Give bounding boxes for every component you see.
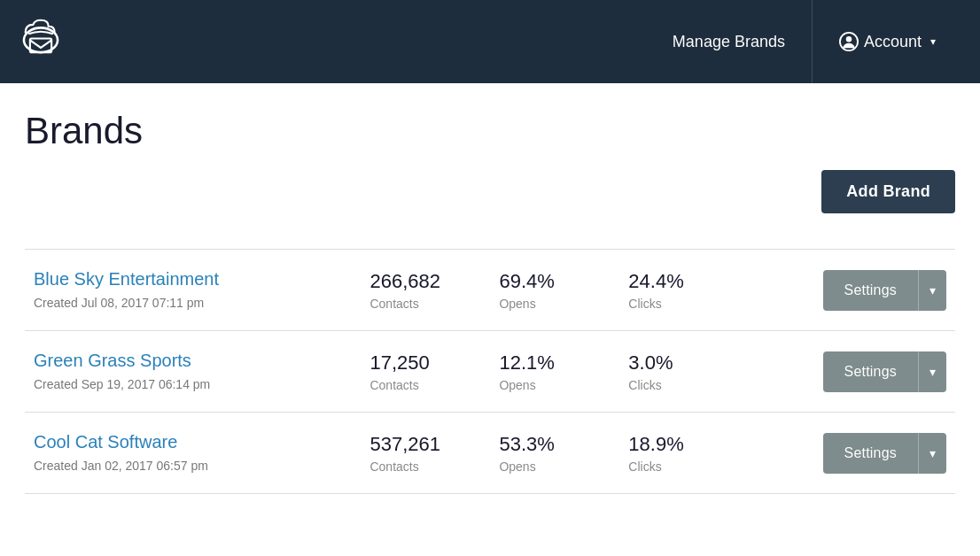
manage-brands-label: Manage Brands xyxy=(673,33,785,51)
brand-created: Created Jul 08, 2017 07:11 pm xyxy=(34,296,204,310)
brand-name-link[interactable]: Green Grass Sports xyxy=(34,351,352,371)
contacts-label: Contacts xyxy=(369,378,481,392)
clicks-value: 3.0% xyxy=(628,351,740,375)
settings-button[interactable]: Settings xyxy=(823,433,918,474)
brand-name-link[interactable]: Blue Sky Entertainment xyxy=(34,269,352,290)
manage-brands-link[interactable]: Manage Brands xyxy=(646,0,812,83)
clicks-cell: 24.4% Clicks xyxy=(619,250,749,331)
clicks-label: Clicks xyxy=(628,378,740,392)
settings-cell: Settings ▾ xyxy=(749,250,955,331)
brands-table: Blue Sky Entertainment Created Jul 08, 2… xyxy=(25,249,955,494)
settings-button[interactable]: Settings xyxy=(823,351,918,392)
contacts-cell: 266,682 Contacts xyxy=(361,250,490,331)
contacts-value: 266,682 xyxy=(369,270,481,293)
clicks-cell: 3.0% Clicks xyxy=(619,331,749,413)
opens-value: 12.1% xyxy=(499,351,611,375)
clicks-cell: 18.9% Clicks xyxy=(619,413,749,494)
settings-dropdown-button[interactable]: ▾ xyxy=(918,351,946,392)
contacts-value: 17,250 xyxy=(369,351,481,375)
brand-created: Created Jan 02, 2017 06:57 pm xyxy=(34,459,208,473)
app-logo[interactable] xyxy=(18,19,64,65)
opens-cell: 53.3% Opens xyxy=(490,413,619,494)
contacts-cell: 537,261 Contacts xyxy=(361,413,490,494)
settings-btn-wrapper: Settings ▾ xyxy=(823,433,946,474)
contacts-label: Contacts xyxy=(369,297,481,311)
contacts-label: Contacts xyxy=(369,459,481,474)
opens-value: 53.3% xyxy=(499,433,611,456)
opens-cell: 69.4% Opens xyxy=(490,250,619,331)
settings-btn-wrapper: Settings ▾ xyxy=(823,351,946,392)
settings-button[interactable]: Settings xyxy=(823,270,918,311)
clicks-value: 18.9% xyxy=(628,433,740,456)
table-row: Cool Cat Software Created Jan 02, 2017 0… xyxy=(25,413,955,494)
table-row: Green Grass Sports Created Sep 19, 2017 … xyxy=(25,331,955,413)
clicks-label: Clicks xyxy=(628,459,740,474)
contacts-value: 537,261 xyxy=(369,433,481,456)
main-content: Brands Add Brand Blue Sky Entertainment … xyxy=(0,83,980,521)
opens-cell: 12.1% Opens xyxy=(490,331,619,413)
opens-label: Opens xyxy=(499,378,611,392)
table-row: Blue Sky Entertainment Created Jul 08, 2… xyxy=(25,250,955,331)
brand-name-cell: Blue Sky Entertainment Created Jul 08, 2… xyxy=(25,250,361,331)
settings-cell: Settings ▾ xyxy=(749,413,955,494)
account-icon xyxy=(839,32,859,51)
add-brand-button[interactable]: Add Brand xyxy=(821,170,955,213)
settings-cell: Settings ▾ xyxy=(749,331,955,413)
brand-name-link[interactable]: Cool Cat Software xyxy=(34,432,352,452)
settings-dropdown-button[interactable]: ▾ xyxy=(918,270,946,311)
toolbar: Add Brand xyxy=(25,170,955,231)
nav-links: Manage Brands Account ▾ xyxy=(646,0,962,83)
navbar: Manage Brands Account ▾ xyxy=(0,0,980,83)
opens-value: 69.4% xyxy=(499,270,611,293)
page-title: Brands xyxy=(25,110,955,152)
opens-label: Opens xyxy=(499,459,611,474)
brand-name-cell: Green Grass Sports Created Sep 19, 2017 … xyxy=(25,331,361,413)
account-link[interactable]: Account ▾ xyxy=(812,0,962,83)
clicks-value: 24.4% xyxy=(628,270,740,293)
account-label: Account xyxy=(864,33,922,51)
settings-dropdown-button[interactable]: ▾ xyxy=(918,433,946,474)
brand-created: Created Sep 19, 2017 06:14 pm xyxy=(34,377,210,391)
brand-name-cell: Cool Cat Software Created Jan 02, 2017 0… xyxy=(25,413,361,494)
clicks-label: Clicks xyxy=(628,297,740,311)
chevron-down-icon: ▾ xyxy=(930,35,936,48)
svg-point-3 xyxy=(846,36,852,42)
settings-btn-wrapper: Settings ▾ xyxy=(823,270,946,311)
contacts-cell: 17,250 Contacts xyxy=(361,331,490,413)
opens-label: Opens xyxy=(499,297,611,311)
